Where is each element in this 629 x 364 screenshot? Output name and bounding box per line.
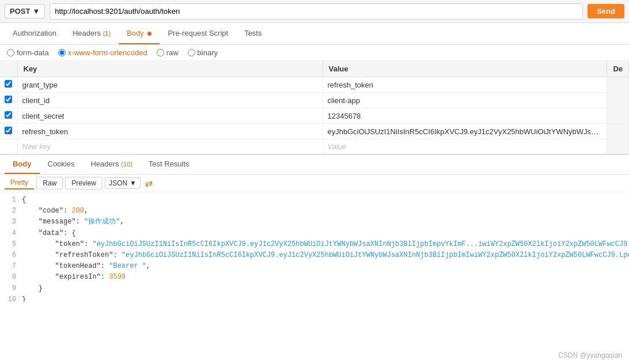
btn-pretty[interactable]: Pretty [5, 177, 34, 189]
code-line-6: 6 "refreshToken": "eyJhbGciOiJSUzI1NiIsI… [5, 250, 624, 261]
body-dot-badge [147, 32, 151, 36]
response-tabs: Body Cookies Headers (10) Test Results [0, 155, 629, 175]
nav-tabs: Authorization Headers (1) Body Pre-reque… [0, 23, 629, 45]
new-de [607, 139, 629, 154]
radio-binary-input[interactable] [188, 49, 195, 56]
radio-formdata-input[interactable] [7, 49, 14, 56]
code-content-7: "tokenHead": "Bearer ", [22, 261, 150, 272]
btn-preview[interactable]: Preview [65, 177, 103, 189]
tab-prerequest[interactable]: Pre-request Script [160, 23, 236, 44]
row1-checkbox[interactable] [5, 80, 12, 88]
radio-urlencoded[interactable]: x-www-form-urlencoded [58, 48, 147, 57]
tab-test-results-label: Test Results [149, 160, 190, 168]
tab-headers[interactable]: Headers (1) [65, 23, 119, 44]
row2-checkbox[interactable] [5, 96, 12, 103]
tab-response-body[interactable]: Body [5, 155, 40, 174]
row3-value-cell[interactable]: 12345678 [323, 108, 607, 124]
tab-headers-label: Headers [73, 29, 101, 37]
col-value: Value [323, 61, 607, 77]
tab-body-label: Body [127, 29, 144, 37]
row1-value: refresh_token [328, 81, 374, 89]
code-area: 1 { 2 "code": 200, 3 "message": "操作成功", … [0, 192, 629, 302]
row2-de [607, 93, 629, 108]
code-content-6: "refreshToken": "eyJhbGciOiJSUzI1NiIsInR… [22, 250, 629, 261]
code-line-4: 4 "data": { [5, 228, 624, 239]
row1-key-cell[interactable]: grant_type [17, 77, 323, 93]
tab-cookies[interactable]: Cookies [40, 155, 83, 174]
row1-check-cell[interactable] [0, 77, 17, 93]
table-row: client_id client-app [0, 93, 629, 108]
format-type-select[interactable]: JSON ▼ [105, 177, 141, 189]
line-num-4: 4 [5, 228, 22, 239]
row3-key-cell[interactable]: client_secret [17, 108, 323, 124]
row4-value: eyJhbGciOiJSUzI1NiIsInR5cCI6IkpXVCJ9.eyJ… [328, 127, 607, 136]
method-dropdown[interactable]: POST ▼ [5, 4, 45, 18]
radio-raw[interactable]: raw [157, 48, 179, 57]
tab-authorization[interactable]: Authorization [5, 23, 65, 44]
row2-key: client_id [22, 96, 50, 105]
radio-raw-label: raw [166, 48, 179, 57]
code-content-4: "data": { [22, 228, 76, 239]
btn-raw[interactable]: Raw [36, 177, 63, 189]
code-line-2: 2 "code": 200, [5, 206, 624, 217]
row4-key-cell[interactable]: refresh_token [17, 124, 323, 139]
line-num-10: 10 [5, 294, 22, 302]
radio-raw-input[interactable] [157, 49, 164, 56]
line-num-2: 2 [5, 206, 22, 217]
table-row: grant_type refresh_token [0, 77, 629, 93]
radio-formdata[interactable]: form-data [7, 48, 49, 57]
radio-urlencoded-input[interactable] [58, 49, 66, 56]
dropdown-chevron-icon: ▼ [32, 7, 40, 16]
wrap-icon[interactable]: ⇄ [145, 178, 153, 189]
table-row: client_secret 12345678 [0, 108, 629, 124]
row2-value-cell[interactable]: client-app [323, 93, 607, 108]
tab-response-headers[interactable]: Headers (10) [82, 155, 140, 174]
form-params-table-wrapper: Key Value De grant_type refresh_token cl… [0, 61, 629, 154]
line-num-6: 6 [5, 250, 22, 261]
row1-key: grant_type [22, 81, 58, 89]
code-line-5: 5 "token": "eyJhbGciOiJSUzI1NiIsInR5cCI6… [5, 239, 624, 250]
top-bar: POST ▼ Send [0, 0, 629, 23]
line-num-9: 9 [5, 283, 22, 294]
code-content-10: } [22, 294, 26, 302]
col-de: De [607, 61, 629, 77]
row2-key-cell[interactable]: client_id [17, 93, 323, 108]
new-key-placeholder: New key [22, 142, 51, 151]
send-button[interactable]: Send [588, 4, 624, 18]
code-line-9: 9 } [5, 283, 624, 294]
tab-cookies-label: Cookies [48, 160, 75, 168]
watermark: CSDN @yyangqqian [558, 351, 622, 359]
tab-response-headers-label: Headers [90, 160, 119, 168]
url-input[interactable] [50, 3, 583, 20]
row1-value-cell[interactable]: refresh_token [323, 77, 607, 93]
radio-binary-label: binary [198, 48, 218, 57]
new-value-cell[interactable]: Value [323, 139, 607, 154]
radio-formdata-label: form-data [17, 48, 49, 57]
row3-check-cell[interactable] [0, 108, 17, 124]
tab-response-body-label: Body [13, 160, 32, 168]
method-label: POST [10, 7, 30, 16]
tab-tests[interactable]: Tests [236, 23, 270, 44]
format-bar: Pretty Raw Preview JSON ▼ ⇄ [0, 175, 629, 192]
code-line-3: 3 "message": "操作成功", [5, 217, 624, 227]
table-row: refresh_token eyJhbGciOiJSUzI1NiIsInR5cC… [0, 124, 629, 139]
row2-value: client-app [328, 96, 360, 105]
row4-check-cell[interactable] [0, 124, 17, 139]
radio-binary[interactable]: binary [188, 48, 218, 57]
code-line-8: 8 "expiresIn": 3599 [5, 272, 624, 283]
tab-test-results[interactable]: Test Results [141, 155, 198, 174]
new-check-cell [0, 139, 17, 154]
row3-value: 12345678 [328, 112, 361, 120]
new-key-cell[interactable]: New key [17, 139, 323, 154]
response-section: Body Cookies Headers (10) Test Results P… [0, 154, 629, 302]
row4-key: refresh_token [22, 127, 69, 136]
row4-value-cell[interactable]: eyJhbGciOiJSUzI1NiIsInR5cCI6IkpXVCJ9.eyJ… [323, 124, 607, 139]
code-content-5: "token": "eyJhbGciOiJSUzI1NiIsInR5cCI6Ik… [22, 239, 629, 250]
row3-checkbox[interactable] [5, 111, 12, 119]
headers-badge: (1) [103, 30, 111, 37]
row2-check-cell[interactable] [0, 93, 17, 108]
row4-checkbox[interactable] [5, 127, 12, 134]
code-line-7: 7 "tokenHead": "Bearer ", [5, 261, 624, 272]
tab-body[interactable]: Body [119, 23, 160, 44]
format-type-label: JSON [109, 179, 127, 187]
